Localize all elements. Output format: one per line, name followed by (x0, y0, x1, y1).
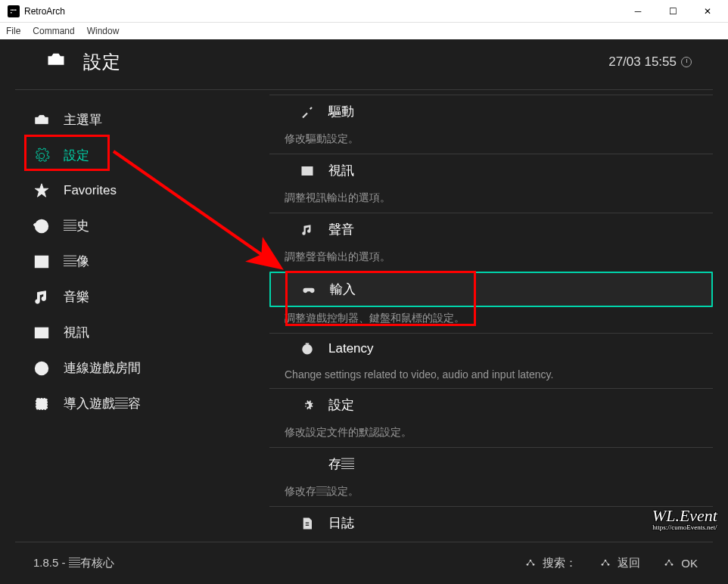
window-controls: ─ ☐ ✕ (621, 0, 725, 23)
sidebar-item-label: 連線遊戲房間 (64, 359, 141, 377)
settings-item-desc: 調整聲音輸出的選項。 (269, 246, 713, 272)
retroarch-header-icon (45, 50, 67, 74)
sidebar-item-label: ▤史 (64, 217, 89, 235)
dots-icon (663, 558, 675, 570)
titlebar: RetroArch ─ ☐ ✕ (0, 0, 728, 23)
footer-action-back[interactable]: 返回 (599, 556, 640, 570)
gear-icon (33, 148, 50, 164)
music-icon (300, 222, 315, 238)
datetime: 27/03 15:55 (608, 54, 692, 70)
app-icon (8, 5, 20, 17)
app-body: 設定 27/03 15:55 主選單 設定 Favorites ▤史 (0, 39, 728, 584)
footer: 1.8.5 - ▤有核心 搜索： 返回 OK (15, 542, 713, 584)
settings-item-saving[interactable]: 存▤ (269, 447, 713, 480)
video-icon (33, 325, 50, 341)
menu-file[interactable]: File (6, 26, 20, 36)
settings-item-label: Latency (328, 341, 374, 356)
settings-item-input[interactable]: 輸入 (269, 272, 713, 307)
app-header: 設定 27/03 15:55 (15, 39, 713, 90)
video-icon (300, 163, 315, 179)
sidebar-item-import[interactable]: 導入遊戲▤容 (23, 386, 269, 421)
footer-action-label: OK (681, 557, 698, 570)
settings-item-logging[interactable]: 日誌 (269, 506, 713, 539)
netplay-icon (33, 360, 50, 377)
settings-item-label: 視訊 (328, 162, 354, 179)
sidebar: 主選單 設定 Favorites ▤史 ▤像 音樂 (0, 90, 269, 542)
controller-icon (301, 282, 316, 297)
version-info: 1.8.5 - ▤有核心 (15, 556, 114, 570)
dots-icon (524, 558, 537, 570)
save-icon (300, 457, 315, 472)
dots-icon (599, 558, 611, 570)
watermark-url: https://cumoEvents.net/ (652, 524, 717, 531)
import-icon (33, 396, 50, 412)
watermark-text: WL.Event (652, 506, 717, 525)
settings-item-desc: 調整視訊輸出的選項。 (269, 187, 713, 213)
footer-action-search[interactable]: 搜索： (524, 556, 577, 570)
close-button[interactable]: ✕ (690, 0, 725, 23)
footer-action-label: 返回 (618, 556, 640, 570)
sidebar-item-main-menu[interactable]: 主選單 (23, 102, 269, 138)
menu-command[interactable]: Command (33, 26, 74, 36)
settings-item-desc: 調整遊戲控制器、鍵盤和鼠標的設定。 (269, 307, 713, 333)
settings-item-label: 聲音 (328, 221, 354, 238)
sidebar-item-netplay[interactable]: 連線遊戲房間 (23, 350, 269, 386)
footer-action-ok[interactable]: OK (663, 557, 698, 570)
settings-item-label: 設定 (328, 396, 354, 414)
settings-item-audio[interactable]: 聲音 (269, 213, 713, 246)
maximize-button[interactable]: ☐ (655, 0, 690, 23)
sidebar-item-label: 設定 (64, 147, 89, 164)
sidebar-item-images[interactable]: ▤像 (23, 244, 269, 279)
sidebar-item-label: 主選單 (64, 111, 102, 129)
minimize-button[interactable]: ─ (621, 0, 655, 23)
log-icon (300, 516, 315, 531)
menu-window[interactable]: Window (87, 26, 120, 36)
settings-item-label: 存▤ (328, 455, 354, 473)
history-icon (33, 218, 50, 235)
settings-item-desc: 修改設定文件的默認設定。 (269, 421, 713, 447)
latency-icon (300, 341, 315, 356)
retroarch-icon (33, 112, 50, 129)
tools-icon (300, 104, 315, 120)
sidebar-item-favorites[interactable]: Favorites (23, 173, 269, 208)
sidebar-item-label: 視訊 (64, 324, 89, 341)
footer-action-label: 搜索： (543, 556, 577, 570)
main-area: 主選單 設定 Favorites ▤史 ▤像 音樂 (0, 90, 728, 542)
clock-icon (681, 57, 692, 67)
sidebar-item-music[interactable]: 音樂 (23, 279, 269, 315)
watermark: WL.Event https://cumoEvents.net/ (652, 508, 717, 531)
settings-item-drivers[interactable]: 驅動 (269, 95, 713, 128)
settings-item-latency[interactable]: Latency (269, 333, 713, 364)
window-title: RetroArch (24, 6, 65, 17)
settings-item-configuration[interactable]: 設定 (269, 388, 713, 421)
datetime-text: 27/03 15:55 (608, 54, 677, 70)
settings-list: 驅動 修改驅動設定。 視訊 調整視訊輸出的選項。 聲音 調整聲音輸出的選項。 輸… (269, 90, 728, 542)
settings-item-desc: 修改存▤設定。 (269, 480, 713, 506)
sidebar-item-video[interactable]: 視訊 (23, 315, 269, 350)
sidebar-item-label: Favorites (64, 183, 117, 198)
settings-item-desc: 修改驅動設定。 (269, 128, 713, 154)
image-icon (33, 253, 50, 270)
settings-item-label: 日誌 (328, 514, 354, 532)
page-title: 設定 (83, 50, 121, 74)
menubar: File Command Window (0, 23, 728, 39)
star-icon (33, 182, 50, 199)
settings-item-video[interactable]: 視訊 (269, 154, 713, 187)
sidebar-item-label: ▤像 (64, 253, 89, 270)
settings-item-label: 驅動 (328, 103, 354, 120)
sidebar-item-label: 音樂 (64, 288, 89, 306)
sidebar-item-settings[interactable]: 設定 (23, 138, 269, 173)
settings-item-label: 輸入 (330, 281, 356, 298)
sidebar-item-label: 導入遊戲▤容 (64, 395, 141, 412)
music-icon (33, 289, 50, 306)
settings-item-desc: Change settings related to video, audio … (269, 364, 713, 388)
sidebar-item-history[interactable]: ▤史 (23, 208, 269, 244)
gear-icon (300, 398, 315, 413)
